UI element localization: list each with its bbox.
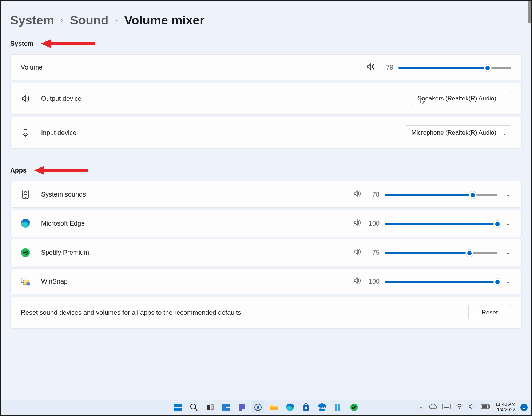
breadcrumb-system[interactable]: System [10,13,54,27]
widgets-icon[interactable] [220,401,232,413]
app-volume-slider[interactable] [385,193,497,196]
volume-label: Volume [21,64,43,71]
svg-rect-20 [226,408,230,411]
start-button[interactable] [172,401,184,413]
app-row-system-sounds[interactable]: System sounds 78 ⌄ [10,181,522,208]
volume-tray-icon[interactable] [468,403,476,411]
app-icon[interactable] [332,401,344,413]
app-volume-slider[interactable] [385,280,497,283]
svg-rect-43 [482,405,487,408]
app-volume-value: 100 [366,278,380,285]
speaker-icon[interactable] [353,190,361,199]
svg-rect-13 [174,408,178,411]
input-device-label: Input device [41,129,76,137]
chevron-right-icon: › [115,16,118,25]
keyboard-icon[interactable] [442,404,451,411]
svg-rect-18 [222,404,226,411]
svg-point-15 [191,404,196,409]
svg-point-5 [24,194,27,197]
svg-text:DELL: DELL [318,406,326,409]
annotation-arrow-icon [34,165,92,176]
svg-rect-36 [338,404,340,411]
onedrive-icon[interactable] [429,404,437,411]
notification-badge[interactable]: 1 [520,404,528,411]
svg-rect-39 [444,407,449,408]
spotify-taskbar-icon[interactable] [348,401,360,413]
app-name: Microsoft Edge [41,220,85,227]
microphone-icon [21,128,30,137]
output-device-label: Output device [41,95,82,103]
volume-value: 79 [380,64,393,71]
input-device-dropdown[interactable]: Microphone (Realtek(R) Audio) ⌄ [405,125,511,140]
task-view-icon[interactable] [204,401,216,413]
app-volume-value: 100 [366,220,380,227]
svg-rect-19 [226,404,230,407]
output-device-dropdown[interactable]: Speakers (Realtek(R) Audio) ⌄ [411,91,511,106]
svg-rect-35 [335,404,337,411]
edge-icon [21,218,30,229]
app-name: WinSnap [41,278,68,285]
section-header-apps: Apps [10,165,522,176]
chevron-down-icon[interactable]: ⌄ [505,191,511,198]
app-name: Spotify Premium [41,249,89,257]
svg-rect-30 [306,407,307,408]
wifi-icon[interactable] [456,404,463,411]
svg-rect-32 [306,408,307,409]
svg-point-23 [239,408,242,411]
svg-rect-29 [305,407,306,408]
speaker-icon[interactable] [353,277,361,286]
chevron-down-icon[interactable]: ⌄ [505,249,511,256]
svg-rect-14 [178,408,182,411]
battery-icon[interactable] [481,404,490,411]
svg-rect-31 [305,408,306,409]
svg-marker-0 [41,39,95,48]
store-icon[interactable] [300,401,312,413]
clock[interactable]: 11:40 AM 1/4/2022 [495,402,515,413]
dell-icon[interactable]: DELL [316,401,328,413]
chevron-down-icon: ⌄ [503,96,507,102]
system-sounds-icon [21,189,30,199]
svg-rect-26 [270,407,278,410]
section-header-system: System [10,38,522,49]
spotify-icon [21,247,30,258]
settings-icon[interactable] [252,401,264,413]
breadcrumb: System › Sound › Volume mixer [10,13,522,27]
edge-taskbar-icon[interactable] [284,401,296,413]
tray-chevron-icon[interactable]: ︿ [418,403,424,411]
svg-rect-12 [178,404,182,407]
breadcrumb-sound[interactable]: Sound [70,13,108,27]
app-name: System sounds [41,191,86,198]
explorer-icon[interactable] [268,401,280,413]
volume-row: Volume 79 [10,54,522,80]
chat-icon[interactable] [236,401,248,413]
breadcrumb-volume-mixer: Volume mixer [124,13,204,27]
clock-time: 11:40 AM [495,402,515,407]
system-section-label: System [10,40,33,48]
chevron-down-icon[interactable]: ⌄ [505,220,511,227]
svg-rect-38 [442,404,450,409]
app-row-winsnap[interactable]: WinSnap 100 ⌄ [10,268,522,294]
svg-rect-17 [211,405,213,410]
app-volume-slider[interactable] [385,251,497,254]
reset-description: Reset sound devices and volumes for all … [21,309,241,317]
speaker-icon[interactable] [353,248,361,257]
app-volume-slider[interactable] [385,222,497,225]
chevron-down-icon[interactable]: ⌄ [505,278,511,285]
search-icon[interactable] [188,401,200,413]
svg-rect-42 [489,405,490,408]
output-device-row: Output device Speakers (Realtek(R) Audio… [10,83,522,115]
app-volume-value: 78 [366,191,380,198]
input-device-row: Input device Microphone (Realtek(R) Audi… [10,117,522,149]
scrollbar[interactable] [528,1,531,23]
output-device-selected: Speakers (Realtek(R) Audio) [418,95,496,102]
reset-button[interactable]: Reset [468,305,511,320]
reset-row: Reset sound devices and volumes for all … [10,297,522,329]
app-row-spotify[interactable]: Spotify Premium 75 ⌄ [10,239,522,266]
volume-slider[interactable] [398,66,511,69]
app-row-edge[interactable]: Microsoft Edge 100 ⌄ [10,210,522,237]
speaker-icon[interactable] [366,63,375,72]
svg-rect-1 [24,129,27,134]
speaker-icon[interactable] [353,219,361,228]
speaker-icon [21,95,30,103]
winsnap-icon [21,277,30,286]
